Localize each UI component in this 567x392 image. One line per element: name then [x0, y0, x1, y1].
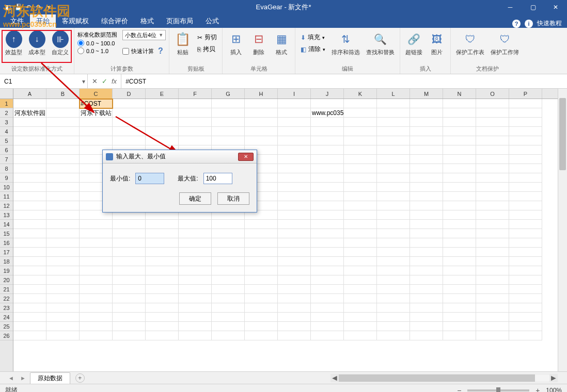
cell-E26[interactable]: [146, 331, 179, 340]
cell-G23[interactable]: [212, 303, 245, 313]
zoom-in-button[interactable]: +: [533, 386, 542, 393]
cell-O20[interactable]: [476, 275, 509, 285]
cell-P2[interactable]: [509, 108, 542, 118]
row-header-26[interactable]: 26: [0, 331, 13, 340]
cell-N24[interactable]: [443, 313, 476, 322]
picture-button[interactable]: 🖼图片: [427, 30, 447, 57]
zoom-slider[interactable]: [467, 389, 529, 391]
cell-O5[interactable]: [476, 136, 509, 145]
maximize-button[interactable]: ▢: [522, 0, 544, 14]
cell-A3[interactable]: [13, 118, 46, 127]
cell-G24[interactable]: [212, 313, 245, 322]
cell-B9[interactable]: [46, 173, 80, 183]
cell-I21[interactable]: [278, 285, 311, 294]
cell-J17[interactable]: [311, 248, 344, 257]
cell-C21[interactable]: [80, 285, 113, 294]
cell-E21[interactable]: [146, 285, 179, 294]
cell-M16[interactable]: [410, 238, 443, 248]
cell-K4[interactable]: [344, 127, 377, 136]
cell-H25[interactable]: [245, 322, 278, 331]
cell-N15[interactable]: [443, 229, 476, 238]
cell-L25[interactable]: [377, 322, 410, 331]
cell-B8[interactable]: [46, 164, 80, 173]
cell-L18[interactable]: [377, 257, 410, 266]
cell-H24[interactable]: [245, 313, 278, 322]
row-header-13[interactable]: 13: [0, 210, 13, 220]
cell-N2[interactable]: [443, 108, 476, 118]
cell-I7[interactable]: [278, 155, 311, 164]
fx-icon[interactable]: fx: [112, 77, 117, 85]
cell-F17[interactable]: [179, 248, 212, 257]
cell-D17[interactable]: [113, 248, 146, 257]
cell-L10[interactable]: [377, 183, 410, 192]
cell-J26[interactable]: [311, 331, 344, 340]
cell-P3[interactable]: [509, 118, 542, 127]
col-header-K[interactable]: K: [344, 89, 377, 99]
cell-J18[interactable]: [311, 257, 344, 266]
cell-O3[interactable]: [476, 118, 509, 127]
cell-L4[interactable]: [377, 127, 410, 136]
cell-H4[interactable]: [245, 127, 278, 136]
cell-P8[interactable]: [509, 164, 542, 173]
cell-O9[interactable]: [476, 173, 509, 183]
delete-cell-button[interactable]: ⊟删除: [248, 30, 269, 57]
cell-F21[interactable]: [179, 285, 212, 294]
cell-P21[interactable]: [509, 285, 542, 294]
cell-C26[interactable]: [80, 331, 113, 340]
cell-B10[interactable]: [46, 183, 80, 192]
cell-G1[interactable]: [212, 99, 245, 108]
cell-M18[interactable]: [410, 257, 443, 266]
cell-A22[interactable]: [13, 294, 46, 303]
cell-D25[interactable]: [113, 322, 146, 331]
help-icon[interactable]: ?: [512, 20, 521, 28]
cell-G25[interactable]: [212, 322, 245, 331]
cell-I16[interactable]: [278, 238, 311, 248]
cell-format-button[interactable]: ▦格式: [271, 30, 292, 57]
cell-B25[interactable]: [46, 322, 80, 331]
row-header-15[interactable]: 15: [0, 229, 13, 238]
cell-M14[interactable]: [410, 220, 443, 229]
scroll-right-icon[interactable]: ►: [549, 374, 558, 382]
cell-P4[interactable]: [509, 127, 542, 136]
cell-N23[interactable]: [443, 303, 476, 313]
row-header-14[interactable]: 14: [0, 220, 13, 229]
cell-E16[interactable]: [146, 238, 179, 248]
cell-J9[interactable]: [311, 173, 344, 183]
cell-G17[interactable]: [212, 248, 245, 257]
quick-tutorial-link[interactable]: 快速教程: [537, 19, 562, 28]
cell-E25[interactable]: [146, 322, 179, 331]
minimize-button[interactable]: ─: [499, 0, 522, 14]
cell-B21[interactable]: [46, 285, 80, 294]
cell-B18[interactable]: [46, 257, 80, 266]
cell-N4[interactable]: [443, 127, 476, 136]
cell-P24[interactable]: [509, 313, 542, 322]
cell-E4[interactable]: [146, 127, 179, 136]
protect-sheet-button[interactable]: 🛡保护工作表: [454, 30, 486, 57]
cell-K6[interactable]: [344, 145, 377, 155]
vertical-scroll-thumb[interactable]: [559, 98, 566, 170]
cell-O25[interactable]: [476, 322, 509, 331]
col-header-P[interactable]: P: [509, 89, 542, 99]
cell-L11[interactable]: [377, 192, 410, 201]
cell-G3[interactable]: [212, 118, 245, 127]
find-replace-button[interactable]: 🔍查找和替换: [364, 30, 397, 57]
cell-B7[interactable]: [46, 155, 80, 164]
cell-O4[interactable]: [476, 127, 509, 136]
cell-A2[interactable]: 河东软件园: [13, 108, 46, 118]
decimal-places-combo[interactable]: 小数点后4位 ▼: [122, 30, 166, 40]
row-header-17[interactable]: 17: [0, 248, 13, 257]
cell-H21[interactable]: [245, 285, 278, 294]
cell-A5[interactable]: [13, 136, 46, 145]
col-header-O[interactable]: O: [476, 89, 509, 99]
max-value-input[interactable]: [203, 173, 232, 184]
cell-P23[interactable]: [509, 303, 542, 313]
cell-N25[interactable]: [443, 322, 476, 331]
cell-K19[interactable]: [344, 266, 377, 275]
cell-D26[interactable]: [113, 331, 146, 340]
cell-G19[interactable]: [212, 266, 245, 275]
cell-C19[interactable]: [80, 266, 113, 275]
cell-C1[interactable]: #COST: [80, 99, 113, 108]
menu-home[interactable]: 开始: [30, 14, 56, 28]
cell-H5[interactable]: [245, 136, 278, 145]
cell-E19[interactable]: [146, 266, 179, 275]
